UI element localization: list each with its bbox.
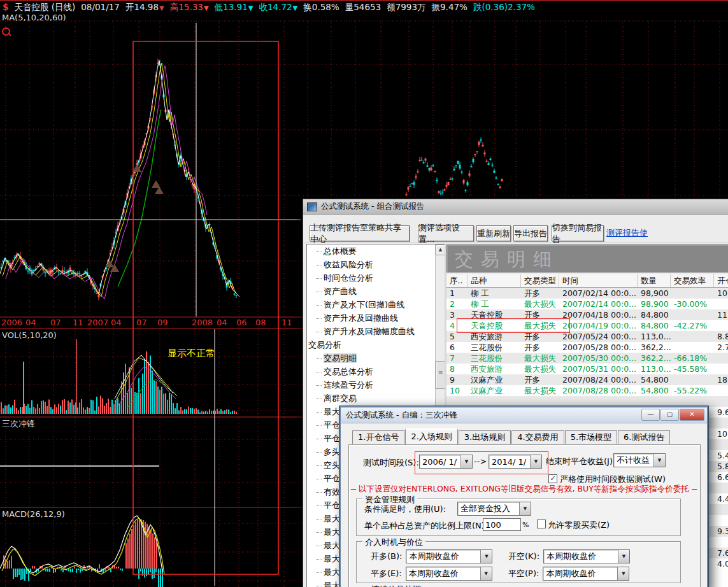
test-dialog-title: 公式测试系统 - 自编：三次冲锋 [346,410,457,421]
upload-report-button[interactable]: 上传测评报告至策略共享中心 [310,225,410,241]
column-header[interactable]: 开仓 [714,274,728,287]
ma-indicator-label: MA(5,10,20,60) [2,13,66,22]
table-row[interactable]: 6三花股份开多 2007/05/28 00:0...362,2...2.7 [446,342,728,353]
dropdown-arrow-icon[interactable]: ▼ [480,550,492,563]
time-range-label: 测试时间段(S): [363,457,419,469]
tree-guide [316,559,322,562]
tree-guide [316,492,322,495]
tree-guide [316,385,322,388]
oddlot-label: 允许零股买卖(Z) [548,520,610,531]
time-annotation-box [415,451,548,474]
tree-guide [316,439,322,441]
x-axis-label: 04 [217,318,227,327]
tab[interactable]: 1.开仓信号 [352,430,404,444]
price-combo[interactable]: 本周期收盘价▼ [543,567,629,581]
tree-item[interactable]: 交易总体分析 [307,365,445,378]
app-screen: $ 天音控股 (日线)08/01/17开14.98▼高15.33▼低13.91▼… [0,0,728,587]
tree-item[interactable]: 交易明细 [307,351,445,365]
tree-item[interactable]: 资产曲线 [307,285,445,298]
tree-guide [316,452,322,455]
price-combo[interactable]: 本周期收盘价▼ [406,567,492,581]
tab[interactable]: 4.交易费用 [511,430,564,444]
magnifier-icon[interactable] [2,27,10,36]
oddlot-checkbox[interactable] [537,520,546,528]
close-profit-label: 结束时平仓收益(J): [546,456,615,467]
table-header-row: 序..品种交易类型时间数量交易效率开仓 [446,274,728,288]
tree-item[interactable]: 离群交易 [307,392,445,405]
chart-annotation-text: 显示不正常 [168,348,215,360]
tree-guide [316,372,322,374]
divider-line [351,489,356,490]
report-dialog-title: 公式测试系统 - 组合测试报告 [321,201,424,212]
ratio-limit-label: 单个品种占总资产的比例上限(N): [364,520,487,532]
table-row[interactable] [446,396,728,407]
x-axis-label: 2007 [87,318,108,327]
entry-field: 平多(E): 本周期收盘价▼ [371,567,492,581]
fund-use-combo[interactable]: 全部资金投入▼ [457,502,531,516]
table-row[interactable]: 2柳 工最大损失 2007/02/14 00:0...98,900-30.00% [446,299,728,309]
tree-guide [316,305,322,308]
tab[interactable]: 5.市场模型 [565,430,617,444]
custom-indicator-label: 三次冲锋 [2,418,35,430]
row-annotation-box [457,318,570,333]
macd-indicator-label: MACD(26,12,9) [2,509,65,519]
tree-item[interactable]: 时间仓位分析 [307,271,445,285]
refresh-button[interactable]: 重新刷新 [476,225,511,241]
scroll-up-icon[interactable]: ▲ [436,244,445,255]
options-button[interactable]: 测评选项设置... [418,225,474,241]
tree-guide [316,251,322,254]
x-axis-label: 07 [136,318,147,327]
tree-item[interactable]: 收益风险分析 [307,258,445,271]
divider-line [692,489,697,490]
tree-item[interactable]: 交易分析 [307,338,445,351]
ratio-limit-input[interactable] [483,518,521,531]
column-header[interactable]: 数量 [638,274,671,287]
tree-guide [316,292,322,294]
report-dialog-titlebar[interactable]: 公式测试系统 - 组合测试报告 [303,199,728,215]
price-combo[interactable]: 本周期收盘价▼ [543,549,630,563]
entry-field: 平空(P): 本周期收盘价▼ [508,567,629,581]
report-help-link[interactable]: 测评报告使 [606,227,648,239]
strict-range-checkbox[interactable]: ✓ [548,474,557,483]
close-button[interactable]: ✕ [680,409,704,421]
table-row[interactable]: 10汉麻产业最大损失 2007/08/28 00:0...54,800-55.2… [446,385,728,396]
tree-item[interactable]: 资产及水下(回撤)曲线 [307,298,445,311]
switch-simple-report-button[interactable]: 切换到简易报告 [552,225,604,241]
x-axis-label: 2006 [1,318,22,327]
report-toolbar: 上传测评报告至策略共享中心 测评选项设置... 重新刷新 导出报告 切换到简易报… [303,215,728,243]
column-header[interactable]: 时间 [559,274,638,287]
dropdown-arrow-icon[interactable]: ▼ [617,567,629,580]
tree-item[interactable]: 总体概要 [307,244,445,258]
minimize-button[interactable]: — [641,409,660,421]
x-axis-label: 2008 [192,318,213,327]
close-profit-combo[interactable]: 不计收益▼ [613,453,666,467]
dropdown-arrow-icon[interactable]: ▼ [618,550,629,563]
column-header[interactable]: 序.. [446,274,467,287]
tree-guide [316,399,322,401]
export-report-button[interactable]: 导出报告 [513,225,548,241]
tree-item[interactable]: 连续盈亏分析 [307,378,445,392]
tree-guide [316,425,322,428]
tree-item[interactable]: 资产升水及回撤幅度曲线 [307,325,445,338]
column-header[interactable]: 品种 [467,274,521,287]
dropdown-arrow-icon[interactable]: ▼ [519,502,531,515]
table-row[interactable]: 9汉麻产业开多 2007/08/24 00:0...54,80018. [446,374,728,385]
tab[interactable]: 3.出场规则 [459,430,511,444]
volume-indicator-label: VOL(5,10,20) [2,330,57,340]
table-row[interactable]: 8西安旅游最大损失 2007/05/31 00:0...113,0...-45.… [446,364,728,374]
column-header[interactable]: 交易类型 [521,274,559,287]
table-row[interactable]: 7三花股份最大损失 2007/05/30 00:0...362,2...-66.… [446,353,728,364]
tree-item[interactable]: 资产升水及回撤曲线 [307,311,445,325]
percent-sign: % [522,521,529,529]
tab[interactable]: 6.测试报告 [618,430,670,444]
tree-guide [316,358,322,361]
tree-guide [316,506,322,508]
dropdown-arrow-icon[interactable]: ▼ [653,454,665,467]
dropdown-arrow-icon[interactable]: ▼ [480,567,492,580]
tab[interactable]: 2.入场规则 [405,428,457,444]
maximize-button[interactable]: ▢ [660,409,679,421]
price-combo[interactable]: 本周期收盘价▼ [406,549,492,563]
table-row[interactable]: 1柳 工开多 2007/02/14 00:0...98,90010. [446,288,728,299]
tree-guide [316,479,322,481]
column-header[interactable]: 交易效率 [671,274,714,287]
